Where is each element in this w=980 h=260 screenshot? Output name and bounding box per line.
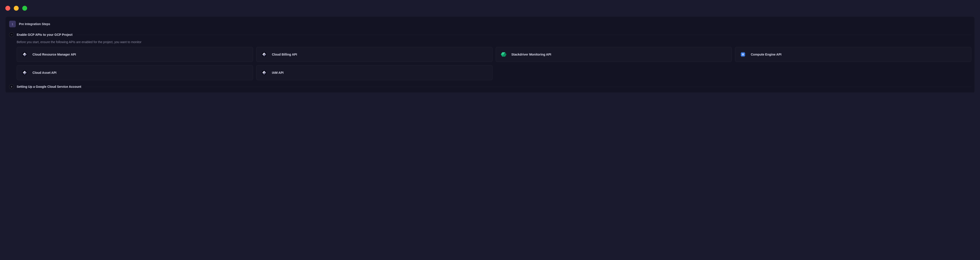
api-card-cloud-resource-manager[interactable]: Cloud Resource Manager API [17, 47, 253, 62]
diamond-icon [21, 51, 29, 58]
api-label: Cloud Resource Manager API [32, 53, 76, 56]
api-label: IAM API [272, 71, 283, 75]
api-label: Compute Engine API [751, 53, 781, 56]
app-window: 1 Pre Integration Steps − Enable GCP API… [0, 0, 980, 92]
section-service-account-title: Setting Up a Google Cloud Service Accoun… [17, 85, 81, 89]
api-card-stackdriver-monitoring[interactable]: Stackdriver Monitoring API [496, 47, 732, 62]
api-label: Cloud Asset API [32, 71, 56, 75]
step-number-badge: 1 [9, 21, 16, 27]
section-service-account-header: + Setting Up a Google Cloud Service Acco… [9, 84, 971, 89]
section-enable-apis-header: − Enable GCP APIs to your GCP Project [9, 32, 971, 37]
compute-engine-icon [739, 51, 747, 58]
step-title: Pre Integration Steps [19, 22, 50, 26]
api-card-cloud-asset[interactable]: Cloud Asset API [17, 65, 253, 80]
close-window-button[interactable] [5, 6, 10, 11]
collapse-section-button[interactable]: − [9, 32, 14, 37]
step-header: 1 Pre Integration Steps [9, 21, 971, 27]
api-cards-grid: Cloud Resource Manager API Cloud Billing… [17, 47, 971, 80]
integration-steps-panel: 1 Pre Integration Steps − Enable GCP API… [5, 16, 975, 92]
section-enable-apis-title: Enable GCP APIs to your GCP Project [17, 33, 73, 36]
api-label: Cloud Billing API [272, 53, 297, 56]
maximize-window-button[interactable] [22, 6, 27, 11]
diamond-icon [260, 69, 268, 76]
api-card-cloud-billing[interactable]: Cloud Billing API [256, 47, 493, 62]
api-card-iam[interactable]: IAM API [256, 65, 493, 80]
svg-rect-17 [742, 54, 744, 55]
section-divider [76, 35, 971, 35]
diamond-icon [21, 69, 29, 76]
expand-section-button[interactable]: + [9, 84, 14, 89]
section-divider [85, 87, 971, 87]
window-controls [0, 0, 980, 15]
api-label: Stackdriver Monitoring API [511, 53, 551, 56]
api-card-compute-engine[interactable]: Compute Engine API [735, 47, 971, 62]
minimize-window-button[interactable] [14, 6, 19, 11]
section-enable-apis-description: Before you start, ensure the following A… [17, 40, 971, 44]
stackdriver-icon [500, 51, 508, 58]
diamond-icon [260, 51, 268, 58]
